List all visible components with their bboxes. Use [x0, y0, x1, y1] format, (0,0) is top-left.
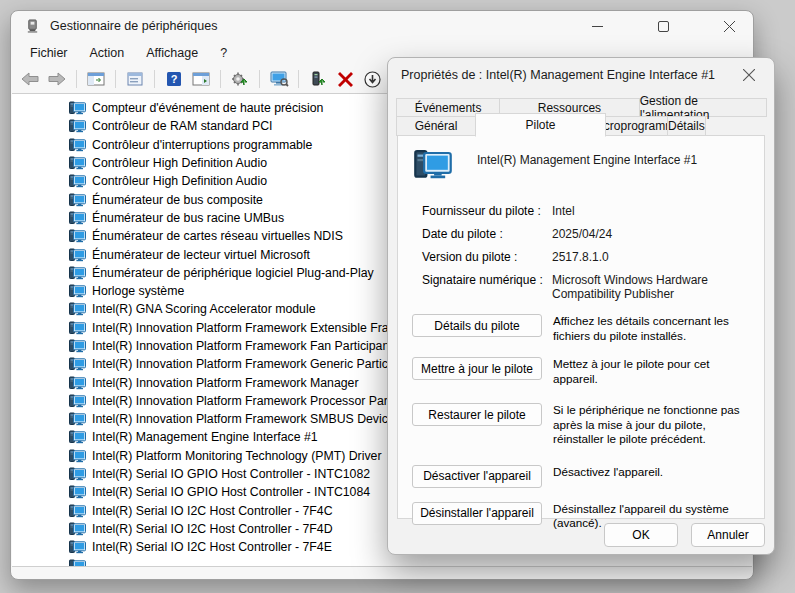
- show-console-tree-icon[interactable]: [85, 68, 107, 90]
- action-row: Détails du pilote Affichez les détails c…: [412, 314, 750, 343]
- tree-item-label: Intel(R) Innovation Platform Framework F…: [92, 339, 393, 353]
- system-device-icon: [69, 412, 86, 426]
- dialog-titlebar: Propriétés de : Intel(R) Management Engi…: [388, 58, 774, 92]
- svg-text:?: ?: [171, 73, 178, 85]
- uninstall-device-icon[interactable]: [334, 68, 356, 90]
- action-row: Mettre à jour le pilote Mettez à jour le…: [412, 357, 750, 386]
- tab-strip: ÉvénementsRessourcesGestion de l'aliment…: [396, 98, 766, 137]
- properties-icon[interactable]: [124, 68, 146, 90]
- window-title: Gestionnaire de périphériques: [50, 19, 217, 33]
- menu-fichier[interactable]: Fichier: [19, 43, 79, 63]
- system-device-icon: [69, 284, 86, 298]
- help-icon[interactable]: ?: [163, 68, 185, 90]
- system-device-icon: [69, 302, 86, 316]
- device-header: Intel(R) Management Engine Interface #1: [412, 149, 750, 180]
- back-icon[interactable]: [19, 68, 41, 90]
- toolbar-separator: [220, 70, 221, 88]
- dialog-tab[interactable]: Microprogramme: [605, 116, 668, 136]
- close-button[interactable]: [715, 13, 743, 39]
- system-device-icon: [69, 559, 86, 567]
- toolbar-separator: [259, 70, 260, 88]
- system-device-icon: [69, 156, 86, 170]
- tree-item-label: Intel(R) Serial IO I2C Host Controller -…: [92, 540, 332, 554]
- toolbar-separator: [76, 70, 77, 88]
- tree-item-label: Intel(R) Innovation Platform Framework P…: [92, 394, 394, 408]
- disable-device-icon[interactable]: [361, 68, 383, 90]
- system-device-icon: [69, 321, 86, 335]
- tree-item-label: Intel(R) Innovation Platform Framework M…: [92, 376, 359, 390]
- system-device-icon: [69, 101, 86, 115]
- update-driver-icon[interactable]: [307, 68, 329, 90]
- action-button[interactable]: Restaurer le pilote: [412, 403, 542, 426]
- menu-affichage[interactable]: Affichage: [135, 43, 209, 63]
- dialog-tab[interactable]: Gestion de l'alimentation: [639, 98, 767, 117]
- action-button[interactable]: Détails du pilote: [412, 314, 542, 337]
- tree-item-label: Compteur d'événement de haute précision: [92, 101, 323, 115]
- action-description: Désinstallez l'appareil du système (avan…: [553, 502, 750, 531]
- menu-help[interactable]: ?: [209, 43, 238, 63]
- dialog-tab[interactable]: Détails: [667, 116, 706, 136]
- menu-action[interactable]: Action: [79, 43, 136, 63]
- field-label: Date du pilote :: [422, 227, 552, 241]
- driver-fields: Fournisseur du pilote : Intel Date du pi…: [412, 204, 750, 301]
- field-row: Fournisseur du pilote : Intel: [422, 204, 750, 218]
- system-device-icon: [69, 266, 86, 280]
- tree-item-partial[interactable]: [12, 556, 752, 567]
- tree-item-label: Énumérateur de bus racine UMBus: [92, 211, 284, 225]
- action-button[interactable]: Mettre à jour le pilote: [412, 357, 542, 380]
- tree-item-label: Intel(R) Platform Monitoring Technology …: [92, 449, 382, 463]
- forward-icon[interactable]: [46, 68, 68, 90]
- minimize-button[interactable]: [583, 13, 611, 39]
- tree-item-label: Intel(R) GNA Scoring Accelerator module: [92, 302, 316, 316]
- system-device-icon: [69, 394, 86, 408]
- action-description: Affichez les détails concernant les fich…: [553, 314, 750, 343]
- system-device-icon: [69, 376, 86, 390]
- device-name: Intel(R) Management Engine Interface #1: [477, 153, 697, 167]
- tree-item-label: Énumérateur de bus composite: [92, 193, 263, 207]
- action-row: Restaurer le pilote Si le périphérique n…: [412, 403, 750, 447]
- tree-item-label: Contrôleur High Definition Audio: [92, 174, 267, 188]
- tree-item-label: Contrôleur High Definition Audio: [92, 156, 267, 170]
- action-button[interactable]: Désactiver l'appareil: [412, 465, 542, 488]
- dialog-tab[interactable]: Pilote: [475, 113, 606, 137]
- computers-search-icon[interactable]: [268, 68, 290, 90]
- pilote-tab-page: Intel(R) Management Engine Interface #1 …: [397, 135, 765, 519]
- desktop: { "window": { "title": "Gestionnaire de …: [0, 0, 795, 593]
- device-icon: [414, 149, 452, 180]
- action-button[interactable]: Désinstaller l'appareil: [412, 502, 542, 525]
- action-description: Désactivez l'appareil.: [553, 465, 750, 488]
- tree-item-label: Intel(R) Innovation Platform Framework E…: [92, 321, 399, 335]
- tree-item-label: Énumérateur de cartes réseau virtuelles …: [92, 229, 343, 243]
- field-label: Version du pilote :: [422, 250, 552, 264]
- system-device-icon: [69, 339, 86, 353]
- action-pane-icon[interactable]: [190, 68, 212, 90]
- field-value: 2025/04/24: [552, 227, 750, 241]
- system-device-icon: [69, 174, 86, 188]
- action-row: Désactiver l'appareil Désactivez l'appar…: [412, 465, 750, 488]
- tree-item-label: Horloge système: [92, 284, 184, 298]
- system-device-icon: [69, 485, 86, 499]
- titlebar: Gestionnaire de périphériques: [11, 11, 753, 41]
- system-device-icon: [69, 229, 86, 243]
- system-device-icon: [69, 504, 86, 518]
- tree-item-label: Contrôleur d'interruptions programmable: [92, 138, 312, 152]
- tree-item-label: Intel(R) Serial IO GPIO Host Controller …: [92, 467, 370, 481]
- tree-item-label: Intel(R) Serial IO I2C Host Controller -…: [92, 504, 333, 518]
- toolbar-separator: [298, 70, 299, 88]
- toolbar-separator: [154, 70, 155, 88]
- system-device-icon: [69, 248, 86, 262]
- dialog-tab[interactable]: Général: [396, 116, 476, 136]
- action-description: Si le périphérique ne fonctionne pas apr…: [553, 403, 750, 447]
- field-row: Version du pilote : 2517.8.1.0: [422, 250, 750, 264]
- tree-item-label: Énumérateur de périphérique logiciel Plu…: [92, 266, 374, 280]
- field-label: Signataire numérique :: [422, 273, 552, 301]
- tree-item-label: Contrôleur de RAM standard PCI: [92, 119, 272, 133]
- system-device-icon: [69, 467, 86, 481]
- system-device-icon: [69, 119, 86, 133]
- maximize-button[interactable]: [649, 13, 677, 39]
- dialog-close-icon[interactable]: [736, 62, 762, 88]
- scan-hardware-changes-icon[interactable]: [229, 68, 251, 90]
- system-device-icon: [69, 357, 86, 371]
- field-value: 2517.8.1.0: [552, 250, 750, 264]
- dialog-title: Propriétés de : Intel(R) Management Engi…: [401, 68, 715, 82]
